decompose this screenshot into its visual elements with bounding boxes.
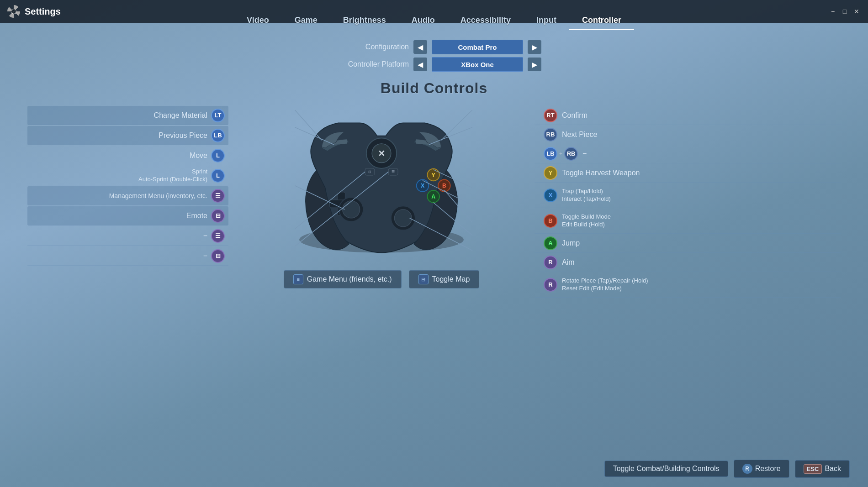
- rb-combo-badge: RB: [564, 147, 578, 161]
- configuration-row: Configuration ◀ Combat Pro ▶: [0, 40, 868, 54]
- view-badge: ⊟: [211, 209, 225, 223]
- toggle-map-label: ⊟ Toggle Map: [409, 270, 480, 288]
- a-badge: A: [544, 236, 557, 250]
- left-panel: Change Material LT Previous Piece LB Mov…: [9, 101, 228, 298]
- svg-text:⊟: ⊟: [368, 170, 371, 174]
- nav-tabs: Video Game Brightness Audio Accessibilit…: [0, 0, 868, 32]
- left-row-sprint: SprintAuto-Sprint (Double-Click) L: [27, 166, 228, 185]
- menu-badge2: ☰: [211, 229, 225, 243]
- left-row-move: Move L: [27, 146, 228, 165]
- sprint-label: SprintAuto-Sprint (Double-Click): [27, 168, 207, 183]
- tab-audio[interactable]: Audio: [399, 12, 448, 30]
- trap-label: Trap (Tap/Hold)Interact (Tap/Hold): [562, 188, 611, 203]
- tab-controller[interactable]: Controller: [569, 12, 634, 30]
- dash2-label: −: [27, 252, 207, 260]
- build-controls-title: Build Controls: [0, 80, 868, 97]
- x-badge: X: [544, 189, 557, 202]
- combo-label: −: [582, 150, 587, 158]
- r-badge-rotate: R: [544, 278, 557, 292]
- configuration-label: Configuration: [327, 43, 409, 51]
- restore-button[interactable]: R Restore: [734, 460, 789, 478]
- right-row-toggle-harvest: Y Toggle Harvest Weapon: [535, 163, 841, 183]
- svg-text:✕: ✕: [378, 149, 385, 158]
- b-badge: B: [544, 214, 557, 228]
- rt-badge: RT: [544, 109, 557, 122]
- configuration-value: Combat Pro: [432, 40, 523, 54]
- controller-platform-right-arrow[interactable]: ▶: [528, 58, 541, 71]
- change-material-label: Change Material: [27, 111, 207, 120]
- configuration-right-arrow[interactable]: ▶: [528, 40, 541, 54]
- emote-label: Emote: [27, 212, 207, 220]
- controller-center: ✕: [228, 101, 535, 298]
- tab-video[interactable]: Video: [234, 12, 282, 30]
- left-row-management-menu: Management Menu (inventory, etc. ☰: [27, 186, 228, 205]
- right-row-rotate: R Rotate Piece (Tap)/Repair (Hold)Reset …: [535, 272, 841, 298]
- lb-badge: LB: [211, 129, 225, 142]
- right-row-jump: A Jump: [535, 234, 841, 253]
- l-badge-sprint: L: [211, 169, 225, 183]
- tab-game[interactable]: Game: [282, 12, 330, 30]
- svg-point-15: [343, 201, 360, 218]
- previous-piece-label: Previous Piece: [27, 131, 207, 140]
- toggle-combat-building-button[interactable]: Toggle Combat/Building Controls: [604, 461, 728, 477]
- svg-line-27: [441, 110, 472, 140]
- bottom-labels: ≡ Game Menu (friends, etc.) ⊟ Toggle Map: [284, 270, 480, 288]
- toggle-combat-label: Toggle Combat/Building Controls: [613, 465, 720, 473]
- lt-badge: LT: [211, 109, 225, 122]
- controller-platform-value: XBox One: [432, 57, 523, 72]
- left-row-emote: Emote ⊟: [27, 206, 228, 225]
- right-row-next-piece: RB Next Piece: [535, 125, 841, 144]
- svg-text:Y: Y: [432, 172, 435, 178]
- menu-badge: ☰: [211, 189, 225, 203]
- svg-text:☰: ☰: [392, 170, 395, 174]
- lb-combo-badge: LB: [544, 147, 557, 161]
- left-row-dash2: − ⊟: [27, 246, 228, 266]
- restore-label: Restore: [755, 465, 781, 473]
- view-icon: ⊟: [418, 274, 429, 284]
- restore-r-icon: R: [742, 464, 752, 474]
- back-button[interactable]: ESC Back: [795, 460, 850, 478]
- view-badge2: ⊟: [211, 249, 225, 263]
- game-menu-text: Game Menu (friends, etc.): [307, 275, 392, 283]
- aim-label: Aim: [562, 258, 575, 267]
- tab-input[interactable]: Input: [524, 12, 569, 30]
- left-row-change-material: Change Material LT: [27, 106, 228, 125]
- controller-platform-left-arrow[interactable]: ◀: [413, 58, 427, 71]
- y-badge: Y: [544, 166, 557, 180]
- game-menu-label: ≡ Game Menu (friends, etc.): [284, 270, 402, 288]
- r-badge-aim: R: [544, 256, 557, 269]
- lb-rb-combo: LB + RB: [544, 147, 578, 161]
- svg-line-22: [295, 110, 322, 140]
- toggle-build-label: Toggle Build ModeEdit Build (Hold): [562, 213, 611, 229]
- left-row-dash1: − ☰: [27, 226, 228, 246]
- footer: Toggle Combat/Building Controls R Restor…: [604, 460, 850, 478]
- svg-text:B: B: [442, 183, 446, 189]
- svg-text:A: A: [431, 194, 435, 200]
- esc-key-icon: ESC: [804, 464, 822, 474]
- rb-badge: RB: [544, 128, 557, 141]
- content-area: Configuration ◀ Combat Pro ▶ Controller …: [0, 34, 868, 487]
- svg-point-17: [394, 209, 412, 227]
- management-menu-label: Management Menu (inventory, etc.: [27, 192, 207, 199]
- controller-svg: ✕: [272, 101, 491, 266]
- right-row-combo: LB + RB −: [535, 144, 841, 163]
- l-badge-move: L: [211, 149, 225, 162]
- right-row-trap: X Trap (Tap/Hold)Interact (Tap/Hold): [535, 183, 841, 208]
- dash1-label: −: [27, 232, 207, 240]
- left-row-previous-piece: Previous Piece LB: [27, 126, 228, 145]
- configuration-left-arrow[interactable]: ◀: [413, 40, 427, 54]
- controller-platform-label: Controller Platform: [327, 60, 409, 68]
- back-label: Back: [825, 465, 841, 473]
- next-piece-label: Next Piece: [562, 131, 597, 139]
- controller-platform-row: Controller Platform ◀ XBox One ▶: [0, 57, 868, 72]
- rotate-label: Rotate Piece (Tap)/Repair (Hold)Reset Ed…: [562, 277, 648, 293]
- right-row-toggle-build: B Toggle Build ModeEdit Build (Hold): [535, 208, 841, 234]
- right-panel: RT Confirm RB Next Piece LB + RB −: [535, 101, 859, 298]
- tab-brightness[interactable]: Brightness: [330, 12, 399, 30]
- svg-text:X: X: [421, 183, 425, 189]
- tab-accessibility[interactable]: Accessibility: [448, 12, 524, 30]
- menu-icon: ≡: [293, 274, 303, 284]
- toggle-map-text: Toggle Map: [432, 275, 470, 283]
- toggle-harvest-label: Toggle Harvest Weapon: [562, 169, 640, 177]
- right-row-aim: R Aim: [535, 253, 841, 272]
